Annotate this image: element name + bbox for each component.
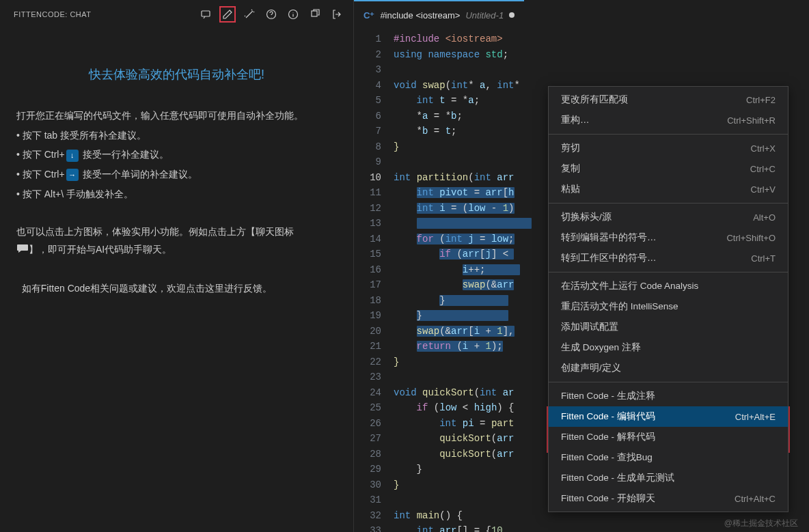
desc-feedback: 如有Fitten Code相关问题或建议，欢迎点击这里进行反馈。 xyxy=(16,279,337,298)
cta-title: 快去体验高效的代码自动补全吧! xyxy=(16,63,337,86)
menu-item[interactable]: 在活动文件上运行 Code Analysis xyxy=(549,276,788,296)
menu-separator xyxy=(549,272,788,272)
line-number: 22 xyxy=(354,354,381,370)
code-line[interactable] xyxy=(394,62,809,78)
menu-item-label: 生成 Doxygen 注释 xyxy=(561,341,641,354)
menu-item-label: Fitten Code - 生成注释 xyxy=(561,390,655,402)
menu-item[interactable]: Fitten Code - 查找Bug xyxy=(549,447,788,468)
wand-icon[interactable] xyxy=(241,6,258,23)
line-number: 2 xyxy=(354,47,381,63)
menu-item[interactable]: Fitten Code - 生成单元测试 xyxy=(549,468,788,488)
menu-item-shortcut: Alt+O xyxy=(753,212,776,223)
bullet-ctrl-down: • 按下 Ctrl+↓ 接受一行补全建议。 xyxy=(16,145,337,164)
menu-item[interactable]: Fitten Code - 开始聊天Ctrl+Alt+C xyxy=(549,488,788,509)
editor-tab[interactable]: C⁺ #include <iostream> Untitled-1 xyxy=(354,0,524,29)
menu-item-shortcut: Ctrl+C xyxy=(750,164,776,174)
menu-item-label: Fitten Code - 开始聊天 xyxy=(561,492,655,505)
line-number: 5 xyxy=(354,93,381,109)
menu-item-label: 转到编辑器中的符号… xyxy=(561,232,657,244)
menu-item[interactable]: 重构…Ctrl+Shift+R xyxy=(549,110,788,130)
panel-toolbar xyxy=(197,6,345,23)
line-number: 18 xyxy=(354,293,381,309)
menu-item-label: 转到工作区中的符号… xyxy=(561,252,657,264)
menu-item-label: 重启活动文件的 IntelliSense xyxy=(561,300,678,313)
context-menu: 更改所有匹配项Ctrl+F2重构…Ctrl+Shift+R剪切Ctrl+X复制C… xyxy=(548,86,789,512)
line-number: 10 xyxy=(354,170,381,186)
panel-header: FITTENCODE: CHAT xyxy=(0,0,353,29)
menu-item-shortcut: Ctrl+X xyxy=(751,143,776,154)
bullet-alt: • 按下 Alt+\ 手动触发补全。 xyxy=(16,185,337,204)
line-number: 33 xyxy=(354,523,381,532)
feedback-link[interactable]: 点击这里进行反馈 xyxy=(186,283,262,294)
menu-item[interactable]: 粘贴Ctrl+V xyxy=(549,179,788,199)
menu-item-label: 重构… xyxy=(561,114,590,126)
menu-item[interactable]: Fitten Code - 解释代码 xyxy=(549,427,788,447)
line-number: 16 xyxy=(354,262,381,278)
menu-item-label: 剪切 xyxy=(561,142,580,154)
menu-item[interactable]: 转到编辑器中的符号…Ctrl+Shift+O xyxy=(549,227,788,248)
arrow-right-key-icon: → xyxy=(66,169,79,181)
menu-item[interactable]: 重启活动文件的 IntelliSense xyxy=(549,296,788,317)
line-number: 23 xyxy=(354,369,381,385)
menu-item[interactable]: 生成 Doxygen 注释 xyxy=(549,337,788,358)
unsaved-dot-icon xyxy=(509,12,515,18)
menu-item[interactable]: 转到工作区中的符号…Ctrl+T xyxy=(549,248,788,268)
editor-panel: C⁺ #include <iostream> Untitled-1 123456… xyxy=(354,0,809,532)
menu-item-label: 粘贴 xyxy=(561,183,580,195)
line-number: 15 xyxy=(354,247,381,262)
menu-item[interactable]: 更改所有匹配项Ctrl+F2 xyxy=(549,89,788,110)
line-number: 14 xyxy=(354,232,381,247)
tab-filename: Untitled-1 xyxy=(465,10,504,20)
svg-rect-0 xyxy=(202,11,210,16)
watermark: @稀土掘金技术社区 xyxy=(724,518,798,529)
menu-item[interactable]: 复制Ctrl+C xyxy=(549,158,788,179)
menu-item[interactable]: 剪切Ctrl+X xyxy=(549,138,788,158)
line-number: 1 xyxy=(354,31,381,47)
menu-item-label: Fitten Code - 解释代码 xyxy=(561,431,655,443)
chat-icon[interactable] xyxy=(197,6,214,23)
menu-separator xyxy=(549,382,788,382)
bullet-tab: • 按下 tab 接受所有补全建议。 xyxy=(16,126,337,145)
code-line[interactable]: using namespace std; xyxy=(394,47,809,63)
menu-item-shortcut: Ctrl+T xyxy=(751,253,776,264)
svg-rect-3 xyxy=(312,11,317,16)
code-line[interactable]: #include <iostream> xyxy=(394,31,809,47)
line-number: 6 xyxy=(354,109,381,124)
menu-item[interactable]: 切换标头/源Alt+O xyxy=(549,207,788,227)
desc-intro: 打开您正在编写的代码文件，输入任意代码即可使用自动补全功能。 xyxy=(16,107,337,125)
line-number: 31 xyxy=(354,492,381,508)
menu-item-label: 切换标头/源 xyxy=(561,211,612,223)
chat-bubble-icon xyxy=(16,241,29,260)
menu-item-shortcut: Ctrl+Alt+C xyxy=(735,494,776,504)
menu-item-shortcut: Ctrl+F2 xyxy=(746,95,776,105)
menu-item[interactable]: 创建声明/定义 xyxy=(549,358,788,378)
copy-icon[interactable] xyxy=(307,6,323,23)
menu-separator xyxy=(549,134,788,135)
menu-item[interactable]: 添加调试配置 xyxy=(549,317,788,337)
line-gutter: 1234567891011121314151617181920212223242… xyxy=(354,29,394,532)
line-number: 21 xyxy=(354,339,381,354)
line-number: 30 xyxy=(354,477,381,493)
line-number: 32 xyxy=(354,508,381,524)
line-number: 17 xyxy=(354,277,381,293)
info-icon[interactable] xyxy=(285,6,301,23)
menu-item[interactable]: Fitten Code - 生成注释 xyxy=(549,386,788,406)
line-number: 3 xyxy=(354,62,381,78)
menu-item-label: 添加调试配置 xyxy=(561,321,618,333)
line-number: 20 xyxy=(354,324,381,339)
help-icon[interactable] xyxy=(263,6,279,23)
tab-main-text: #include <iostream> xyxy=(380,10,460,20)
edit-icon[interactable] xyxy=(219,6,236,23)
menu-item[interactable]: Fitten Code - 编辑代码Ctrl+Alt+E xyxy=(549,406,788,427)
menu-item-shortcut: Ctrl+Shift+R xyxy=(727,115,776,126)
menu-item-shortcut: Ctrl+V xyxy=(751,184,776,195)
line-number: 13 xyxy=(354,216,381,232)
logout-icon[interactable] xyxy=(329,6,345,23)
line-number: 7 xyxy=(354,124,381,139)
bullet-ctrl-right: • 按下 Ctrl+→ 接受一个单词的补全建议。 xyxy=(16,165,337,184)
menu-item-shortcut: Ctrl+Shift+O xyxy=(726,233,776,243)
menu-item-shortcut: Ctrl+Alt+E xyxy=(735,412,776,422)
line-number: 26 xyxy=(354,416,381,432)
line-number: 8 xyxy=(354,139,381,155)
line-number: 28 xyxy=(354,447,381,462)
